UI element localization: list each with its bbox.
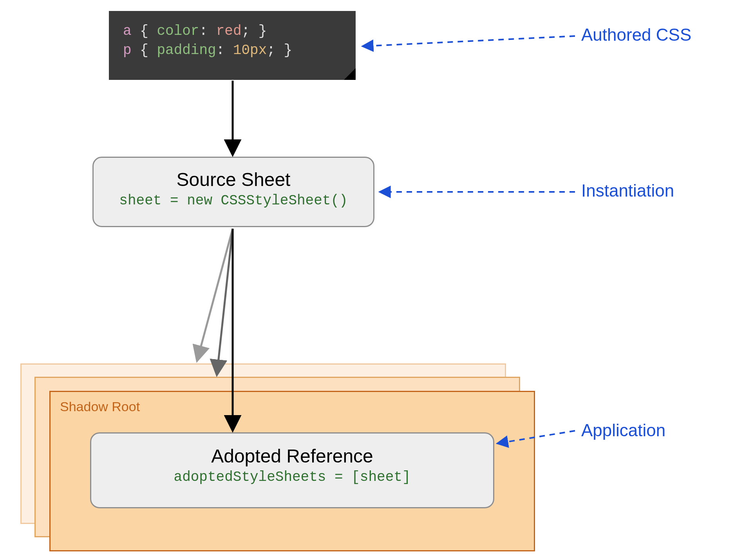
css-selector: p: [123, 42, 132, 58]
css-value-number: 10: [233, 42, 250, 58]
diagram-stage: a { color: red; } p { padding: 10px; } S…: [0, 0, 734, 560]
adopted-reference-title: Adopted Reference: [91, 445, 493, 467]
css-property: color: [157, 23, 199, 39]
page-fold-icon: [344, 68, 356, 80]
shadow-root-label: Shadow Root: [60, 399, 140, 414]
css-rule-line: a { color: red; }: [123, 22, 342, 41]
annotation-arrow-authored: [363, 36, 575, 46]
adopted-reference-box: Adopted Reference adoptedStyleSheets = […: [90, 432, 494, 508]
css-rule-line: p { padding: 10px; }: [123, 41, 342, 60]
css-selector: a: [123, 23, 132, 39]
arrow-source-to-shadow2: [217, 229, 233, 374]
annotation-authored-css: Authored CSS: [581, 25, 691, 45]
arrow-source-to-shadow3: [197, 229, 233, 359]
source-sheet-code: sheet = new CSSStyleSheet(): [94, 193, 373, 209]
authored-css-code-block: a { color: red; } p { padding: 10px; }: [109, 11, 356, 80]
css-value-unit: px: [250, 42, 267, 58]
annotation-application: Application: [581, 421, 665, 440]
source-sheet-box: Source Sheet sheet = new CSSStyleSheet(): [92, 157, 374, 227]
annotation-instantiation: Instantiation: [581, 181, 674, 201]
css-value: red: [216, 23, 242, 39]
css-property: padding: [157, 42, 216, 58]
source-sheet-title: Source Sheet: [94, 169, 373, 190]
adopted-reference-code: adoptedStyleSheets = [sheet]: [91, 469, 493, 485]
